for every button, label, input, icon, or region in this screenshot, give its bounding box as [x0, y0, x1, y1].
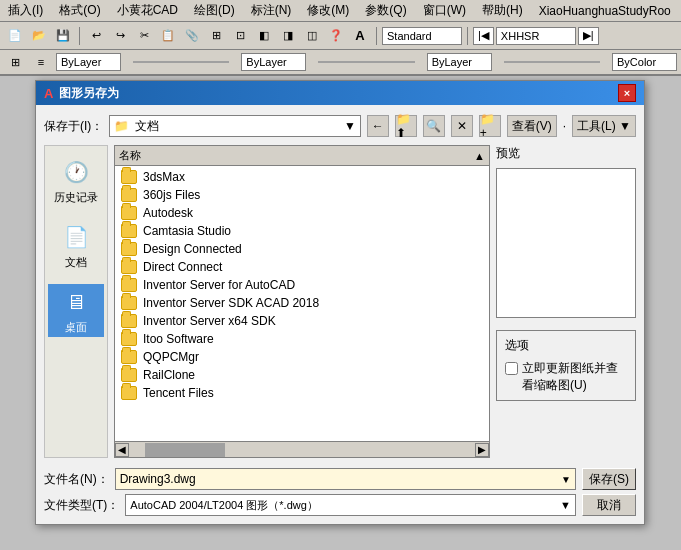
toolbar-btn-layer[interactable]: ⊞	[4, 51, 26, 73]
menu-format[interactable]: 格式(O)	[55, 1, 104, 20]
toolbar-line3	[504, 61, 600, 63]
nav-view-btn[interactable]: 查看(V)	[507, 115, 557, 137]
toolbar-sep-3	[467, 27, 468, 45]
dialog-title-left: A 图形另存为	[44, 85, 119, 102]
nav-up-btn[interactable]: 📁⬆	[395, 115, 417, 137]
folder-icon	[121, 224, 137, 238]
toolbar-btn-9[interactable]: ◧	[253, 25, 275, 47]
menu-user[interactable]: XiaoHuanghuaStudyRoo	[535, 3, 675, 19]
filetype-dropdown-arrow[interactable]: ▼	[560, 499, 571, 511]
file-item[interactable]: RailClone	[117, 366, 487, 384]
file-item[interactable]: 360js Files	[117, 186, 487, 204]
toolbar-standard-dropdown[interactable]: Standard	[382, 27, 462, 45]
filename-input[interactable]: Drawing3.dwg ▼	[115, 468, 576, 490]
menu-dim[interactable]: 标注(N)	[247, 1, 296, 20]
hscroll-bar[interactable]	[145, 443, 225, 457]
nav-delete-btn[interactable]: ✕	[451, 115, 473, 137]
dialog-body: 保存于(I)： 📁 文档 ▼ ← 📁⬆ 🔍 ✕ 📁+ 查看(V) · 工具(L)…	[36, 105, 644, 524]
toolbar-divider: |◀	[473, 27, 494, 45]
bylayer-2-dropdown[interactable]: ByLayer	[241, 53, 306, 71]
filename-dropdown-arrow[interactable]: ▼	[561, 474, 571, 485]
file-item-label: RailClone	[143, 368, 195, 382]
bycolor-dropdown[interactable]: ByColor	[612, 53, 677, 71]
nav-newfolder-btn[interactable]: 📁+	[479, 115, 501, 137]
sidebar-item-history[interactable]: 🕐 历史记录	[48, 154, 104, 207]
sidebar-item-desktop[interactable]: 🖥 桌面	[48, 284, 104, 337]
folder-icon	[121, 368, 137, 382]
hscroll-right-btn[interactable]: ▶	[475, 443, 489, 457]
toolbar-btn-undo[interactable]: ↩	[85, 25, 107, 47]
file-item[interactable]: Autodesk	[117, 204, 487, 222]
savein-value: 文档	[135, 118, 159, 135]
nav-back-btn[interactable]: ←	[367, 115, 389, 137]
toolbar-btn-7[interactable]: ⊞	[205, 25, 227, 47]
file-item-label: Inventor Server x64 SDK	[143, 314, 276, 328]
nav-search-btn[interactable]: 🔍	[423, 115, 445, 137]
sidebar-docs-label: 文档	[65, 255, 87, 270]
toolbar-btn-6[interactable]: 📎	[181, 25, 203, 47]
file-item-label: Design Connected	[143, 242, 242, 256]
folder-icon	[121, 206, 137, 220]
file-item[interactable]: Itoo Software	[117, 330, 487, 348]
dialog-top-row: 保存于(I)： 📁 文档 ▼ ← 📁⬆ 🔍 ✕ 📁+ 查看(V) · 工具(L)…	[44, 113, 636, 139]
file-item-label: QQPCMgr	[143, 350, 199, 364]
file-item[interactable]: QQPCMgr	[117, 348, 487, 366]
folder-icon	[121, 314, 137, 328]
file-item[interactable]: Design Connected	[117, 240, 487, 258]
toolbar-btn-12[interactable]: ❓	[325, 25, 347, 47]
menu-modify[interactable]: 修改(M)	[303, 1, 353, 20]
file-item-label: Itoo Software	[143, 332, 214, 346]
file-item[interactable]: Direct Connect	[117, 258, 487, 276]
file-item-label: 360js Files	[143, 188, 200, 202]
toolbar-btn-11[interactable]: ◫	[301, 25, 323, 47]
toolbar-xhhsr-dropdown[interactable]: XHHSR	[496, 27, 576, 45]
nav-tools-btn[interactable]: 工具(L) ▼	[572, 115, 636, 137]
file-item[interactable]: Camtasia Studio	[117, 222, 487, 240]
options-label: 选项	[505, 337, 627, 354]
menu-draw[interactable]: 绘图(D)	[190, 1, 239, 20]
toolbar-btn-redo[interactable]: ↪	[109, 25, 131, 47]
bylayer-3-dropdown[interactable]: ByLayer	[427, 53, 492, 71]
options-area: 选项 立即更新图纸并查看缩略图(U)	[496, 330, 636, 401]
cancel-button[interactable]: 取消	[582, 494, 636, 516]
toolbar-btn-a[interactable]: A	[349, 25, 371, 47]
toolbar-btn-4[interactable]: ✂	[133, 25, 155, 47]
save-button[interactable]: 保存(S)	[582, 468, 636, 490]
menu-insert[interactable]: 插入(I)	[4, 1, 47, 20]
savein-combo[interactable]: 📁 文档 ▼	[109, 115, 360, 137]
update-thumbnail-checkbox[interactable]	[505, 362, 518, 375]
menu-cadtool[interactable]: 小黄花CAD	[113, 1, 182, 20]
toolbar-btn-2[interactable]: 📂	[28, 25, 50, 47]
history-icon: 🕐	[60, 156, 92, 188]
header-name: 名称	[119, 148, 141, 163]
toolbar-btn-10[interactable]: ◨	[277, 25, 299, 47]
file-list[interactable]: 3dsMax360js FilesAutodeskCamtasia Studio…	[115, 166, 489, 441]
file-item[interactable]: Tencent Files	[117, 384, 487, 402]
menu-window[interactable]: 窗口(W)	[419, 1, 470, 20]
folder-icon	[121, 188, 137, 202]
sidebar-item-docs[interactable]: 📄 文档	[48, 219, 104, 272]
toolbar-btn-layer2[interactable]: ≡	[30, 51, 52, 73]
nav-dot: ·	[563, 119, 566, 133]
file-item[interactable]: Inventor Server x64 SDK	[117, 312, 487, 330]
toolbar-btn-1[interactable]: 📄	[4, 25, 26, 47]
filetype-row: 文件类型(T)： AutoCAD 2004/LT2004 图形（*.dwg） ▼…	[44, 494, 636, 516]
file-item[interactable]: 3dsMax	[117, 168, 487, 186]
toolbar-btn-3[interactable]: 💾	[52, 25, 74, 47]
folder-icon	[121, 260, 137, 274]
folder-icon	[121, 332, 137, 346]
menu-help[interactable]: 帮助(H)	[478, 1, 527, 20]
menu-params[interactable]: 参数(Q)	[361, 1, 410, 20]
sidebar: 🕐 历史记录 📄 文档 🖥 桌面	[44, 145, 108, 458]
file-item[interactable]: Inventor Server for AutoCAD	[117, 276, 487, 294]
docs-icon: 📄	[60, 221, 92, 253]
folder-icon	[121, 242, 137, 256]
file-item[interactable]: Inventor Server SDK ACAD 2018	[117, 294, 487, 312]
hscroll-area[interactable]: ◀ ▶	[115, 441, 489, 457]
dialog-close-button[interactable]: ×	[618, 84, 636, 102]
hscroll-left-btn[interactable]: ◀	[115, 443, 129, 457]
bylayer-1-dropdown[interactable]: ByLayer	[56, 53, 121, 71]
toolbar-btn-5[interactable]: 📋	[157, 25, 179, 47]
toolbar-btn-8[interactable]: ⊡	[229, 25, 251, 47]
filetype-combo[interactable]: AutoCAD 2004/LT2004 图形（*.dwg） ▼	[125, 494, 576, 516]
